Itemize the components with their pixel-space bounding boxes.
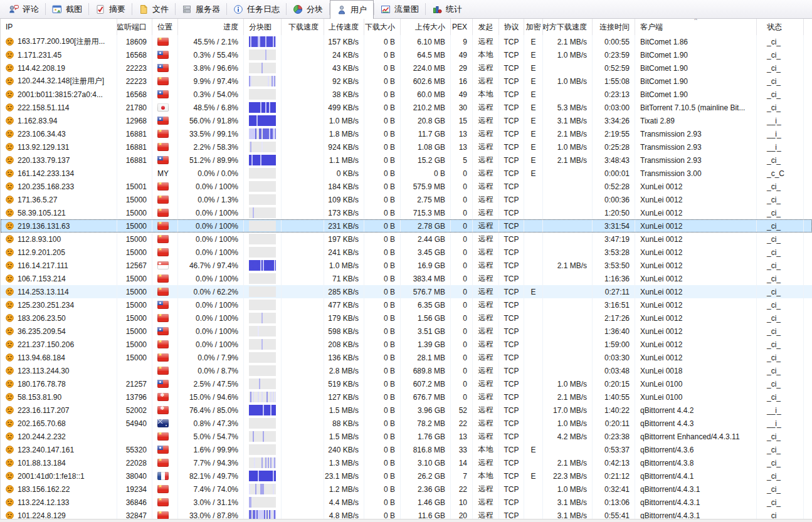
peer-row[interactable]: 101.88.13.184220287.7% / 94.3%1.3 MB/s0 … [1,456,812,469]
tab-server[interactable]: 服务器 [176,0,226,18]
cell-dl_size: 0 B [364,404,401,417]
tab-screenshot[interactable]: 截图 [46,0,88,18]
col-header-ul_speed[interactable]: 上传速度 [324,19,364,35]
cell-dl_size: 0 B [364,390,401,404]
cell-encryption [524,193,543,206]
tab-files[interactable]: 文件 [132,0,175,18]
peer-row[interactable]: 58.153.81.901379615.0% / 94.6%127 KB/s0 … [1,390,812,404]
peer-row[interactable]: 2001:41d0:1:fe18::13804082.1% / 49.7%23.… [1,469,812,483]
cell-conn_time: 3:31:54 [593,219,635,232]
peer-row[interactable]: 180.176.78.78212572.5% / 47.5%519 KB/s0 … [1,377,812,390]
peer-ip: 120.244.32.148[注册用户] [18,76,104,86]
peer-row[interactable]: 116.14.217.1111256746.7% / 97.4%1.0 MB/s… [1,259,812,272]
cell-peer_dl_speed [543,180,593,193]
col-header-encryption[interactable]: 加密 [524,19,543,35]
tab-summary[interactable]: 摘要 [89,0,132,18]
cell-ip: 183.156.162.22 [1,483,117,496]
cell-ul_speed: 1.0 MB/s [324,259,364,272]
peer-row[interactable]: 112.9.201.205150000.0% / 100%241 KB/s0 B… [1,246,812,259]
peer-row[interactable]: 113.224.12.133368463.0% / 31.1%4.4 MB/s0… [1,496,812,509]
cell-peer_dl_speed [543,443,593,456]
peer-row[interactable]: 120.244.2.2325.0% / 54.7%1.5 MB/s0 B1.76… [1,430,812,443]
cell-status: _ci_ [757,325,804,338]
cell-ul_size: 816.8 MB [401,443,451,456]
cell-port: 15000 [117,219,152,232]
col-header-piece[interactable]: 分块图 [244,19,282,35]
tab-task-log[interactable]: 任务日志 [227,0,286,18]
peer-row[interactable]: 123.240.147.161553201.6% / 99.9%240 KB/s… [1,443,812,456]
piece-map-bar [249,326,276,337]
peer-face-icon [6,446,14,454]
peer-row[interactable]: 221.237.150.206150000.0% / 100%208 KB/s0… [1,338,812,351]
peer-row[interactable]: 222.158.51.1142178048.5% / 6.8%499 KB/s0… [1,101,812,114]
peer-row[interactable]: 114.253.13.114150000.0% / 62.2%285 KB/s0… [1,285,812,298]
col-header-origin[interactable]: 发起 [473,19,499,35]
peer-row[interactable]: 202.165.70.68549400.8% / 47.3%88 KB/s0 B… [1,417,812,430]
peer-row[interactable]: 163.177.200.190[注册用...1860945.5% / 2.1%1… [1,35,812,48]
peer-row[interactable]: 220.133.79.1371688151.2% / 89.9%1.1 MB/s… [1,154,812,167]
piece-map-bar [249,181,276,192]
cell-status: _ci_ [757,180,804,193]
cell-progress: 0.0% / 0.0% [178,167,244,180]
cell-dl_size: 0 B [364,206,401,219]
peer-row[interactable]: 36.235.209.54150000.0% / 100%598 KB/s0 B… [1,325,812,338]
tab-traffic-chart[interactable]: 流量图 [374,0,425,18]
cell-loc [152,338,178,351]
col-header-port[interactable]: 监听端口 [117,19,152,35]
cell-ip: 223.16.117.207 [1,404,117,417]
col-header-loc[interactable]: 位置 [152,19,178,35]
peer-row[interactable]: 106.7.153.214150000.0% / 100%71 KB/s0 B3… [1,272,812,285]
col-header-conn_time[interactable]: 连接时间 [593,19,635,35]
tab-stats[interactable]: 统计 [426,0,468,18]
tab-users[interactable]: 用户 [330,0,374,19]
peer-row[interactable]: 123.113.244.300.0% / 8.7%2.8 MB/s0 B689.… [1,364,812,377]
peer-row[interactable]: 114.42.208.19222233.8% / 96.6%43 KB/s0 B… [1,61,812,75]
cell-ul_speed: 23.1 MB/s [324,469,364,483]
cell-ul_speed: 0 KB/s [324,167,364,180]
peer-row[interactable]: 183.156.162.22192347.4% / 74.0%1.2 MB/s0… [1,483,812,496]
col-header-dl_speed[interactable]: 下载速度 [282,19,324,35]
col-header-progress[interactable]: 进度 [178,19,244,35]
tab-comment[interactable]: 评论 [3,0,45,18]
peer-row[interactable]: 161.142.233.134MY0.0% / 0.0%0 KB/s0 B0 B… [1,167,812,180]
col-header-protocol[interactable]: 协议 [499,19,524,35]
cell-ul_size: 2.44 GB [401,232,451,246]
peer-row[interactable]: 1.162.83.941296856.0% / 91.8%1.0 MB/s0 B… [1,114,812,127]
cell-client: qBittorrent/4.3.6 [635,443,757,456]
cell-loc [152,88,178,101]
col-header-ul_size[interactable]: 上传大小 [401,19,451,35]
cell-ul_size: 28.1 MB [401,351,451,364]
peer-row[interactable]: 113.94.68.184150000.0% / 7.9%136 KB/s0 B… [1,351,812,364]
peer-row[interactable]: 120.244.32.148[注册用户]222239.9% / 97.4%92 … [1,75,812,88]
peer-row[interactable]: 1.171.231.45165680.3% / 55.4%24 KB/s0 B6… [1,48,812,61]
cell-client: XunLei 0012 [635,180,757,193]
table-body[interactable]: 163.177.200.190[注册用...1860945.5% / 2.1%1… [1,35,812,522]
cell-dl_size: 0 B [364,430,401,443]
cell-encryption [524,417,543,430]
cell-ul_size: 715.3 MB [401,206,451,219]
tab-pieces[interactable]: 分块 [287,0,329,18]
col-header-status[interactable]: 状态 [757,19,804,35]
peer-row[interactable]: 120.235.168.233150010.0% / 100%184 KB/s0… [1,180,812,193]
cell-pex: 0 [451,219,473,232]
cell-status: _ci_ [757,193,804,206]
peer-row[interactable]: 113.92.129.131168812.2% / 58.3%924 KB/s0… [1,140,812,154]
col-header-ip[interactable]: IP [1,19,117,35]
peer-row[interactable]: 219.136.131.63150000.0% / 100%231 KB/s0 … [1,219,812,232]
peer-row[interactable]: 223.16.117.2075200276.4% / 85.0%1.5 MB/s… [1,404,812,417]
peer-row[interactable]: 112.8.93.100150000.0% / 100%197 KB/s0 B2… [1,232,812,246]
peer-row[interactable]: 2001:b011:3815:27a0:4...165680.3% / 54.0… [1,88,812,101]
col-header-peer_dl_speed[interactable]: 对方下载速度 [543,19,593,35]
piece-map-bar [249,194,276,205]
col-header-client[interactable]: 客户端^ [635,19,757,35]
col-header-dl_size[interactable]: 下载大小 [364,19,401,35]
col-header-pex[interactable]: PEX [451,19,473,35]
peer-row[interactable]: 58.39.105.121150000.0% / 100%173 KB/s0 B… [1,206,812,219]
peer-row[interactable]: 125.230.251.234150000.0% / 100%477 KB/s0… [1,298,812,311]
peer-row[interactable]: 171.36.5.27150000.0% / 1.3%109 KB/s0 B2.… [1,193,812,206]
peer-row[interactable]: 223.106.34.431688133.5% / 99.1%1.8 MB/s0… [1,127,812,140]
peer-row[interactable]: 183.206.23.50150000.0% / 100%179 KB/s0 B… [1,311,812,325]
piece-map-bar [249,115,276,126]
cell-dl_speed [282,351,324,364]
cell-peer_dl_speed: 2.1 MB/s [543,35,593,48]
